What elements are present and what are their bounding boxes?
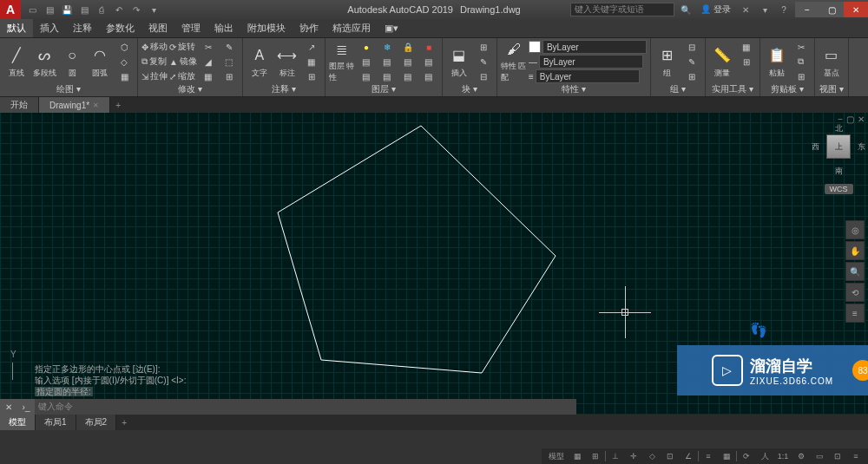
status-monitor-icon[interactable]: ▭	[811, 449, 828, 463]
command-input[interactable]: 键入命令	[35, 401, 576, 413]
panel-view-title[interactable]: 视图 ▾	[819, 83, 845, 95]
leader-icon[interactable]: ↗	[302, 40, 321, 54]
status-osnap-icon[interactable]: ⊡	[661, 449, 679, 463]
qat-saveas-icon[interactable]: ▤	[76, 2, 92, 17]
ribbon-tab-expand-icon[interactable]: ▣▾	[378, 19, 405, 37]
nav-orbit-icon[interactable]: ⟲	[845, 283, 865, 302]
text-button[interactable]: A文字	[247, 40, 273, 83]
ribbon-tab-default[interactable]: 默认	[0, 19, 33, 37]
modify-tool-a[interactable]: ✎	[220, 40, 239, 54]
ribbon-tab-insert[interactable]: 插入	[33, 19, 66, 37]
wcs-badge[interactable]: WCS	[825, 184, 853, 194]
qat-dropdown-icon[interactable]: ▾	[146, 2, 161, 17]
stretch-button[interactable]: ⇲ 拉伸	[141, 69, 168, 83]
nav-zoom-icon[interactable]: 🔍	[845, 262, 865, 281]
cut-icon[interactable]: ✂	[792, 40, 811, 54]
qat-print-icon[interactable]: ⎙	[94, 2, 109, 17]
panel-utils-title[interactable]: 实用工具 ▾	[709, 83, 756, 95]
add-layout-button[interactable]: +	[116, 415, 132, 430]
layer-tool-6[interactable]: ▤	[378, 69, 397, 83]
paste-button[interactable]: 📋粘贴	[764, 40, 790, 83]
viewcube-west[interactable]: 西	[812, 141, 819, 153]
arc-button[interactable]: ◠圆弧	[87, 40, 113, 83]
panel-draw-title[interactable]: 绘图 ▾	[3, 83, 134, 95]
viewcube-south[interactable]: 南	[835, 166, 843, 177]
status-custom-icon[interactable]: ≡	[847, 449, 865, 463]
layer-properties-button[interactable]: ≣图层 特性	[329, 40, 355, 83]
help-icon[interactable]: ?	[776, 2, 792, 17]
mirror-button[interactable]: ▲ 镜像	[169, 55, 197, 69]
rotate-button[interactable]: ⟳ 旋转	[169, 40, 197, 54]
help-search-input[interactable]: 键入关键字或短语	[570, 3, 674, 16]
layout-tab-2[interactable]: 布局2	[76, 415, 117, 430]
match-properties-button[interactable]: 🖌特性 匹配	[501, 40, 527, 83]
status-scale-icon[interactable]: 1:1	[774, 449, 792, 463]
layer-tool-7[interactable]: ▤	[398, 69, 418, 83]
minimize-button[interactable]: −	[795, 2, 819, 17]
block-tool-3[interactable]: ⊟	[474, 69, 493, 83]
draw-tool-2[interactable]: ◇	[115, 55, 134, 69]
viewcube-north[interactable]: 北	[835, 123, 843, 134]
add-tab-button[interactable]: +	[110, 97, 126, 113]
ribbon-tab-manage[interactable]: 管理	[174, 19, 207, 37]
status-annot-icon[interactable]: 人	[756, 449, 773, 463]
util-tool-1[interactable]: ▦	[737, 40, 756, 54]
status-ortho-icon[interactable]: ⊥	[607, 449, 624, 463]
ribbon-tab-output[interactable]: 输出	[207, 19, 240, 37]
layout-tab-model[interactable]: 模型	[0, 415, 36, 430]
draw-tool-3[interactable]: ▦	[115, 69, 134, 83]
qat-new-icon[interactable]: ▭	[24, 2, 40, 17]
draw-tool-1[interactable]: ⬡	[115, 40, 134, 54]
group-button[interactable]: ⊞组	[654, 40, 681, 83]
ungroup-icon[interactable]: ⊟	[682, 40, 701, 54]
status-cycle-icon[interactable]: ⟳	[738, 449, 755, 463]
color-swatch[interactable]	[529, 41, 541, 53]
group-edit-icon[interactable]: ✎	[682, 55, 701, 69]
group-tool[interactable]: ⊞	[682, 69, 701, 83]
status-iso-icon[interactable]: ◇	[643, 449, 661, 463]
layer-lock-icon[interactable]: 🔒	[398, 40, 418, 54]
status-ws-icon[interactable]: ⚙	[792, 449, 810, 463]
maximize-button[interactable]: ▢	[819, 2, 844, 17]
layer-tool-4[interactable]: ▤	[419, 55, 438, 69]
nav-pan-icon[interactable]: ✋	[845, 241, 865, 260]
status-model[interactable]: 模型	[545, 449, 568, 463]
modify-tool-c[interactable]: ⊞	[220, 69, 239, 83]
util-tool-2[interactable]: ⊞	[737, 55, 756, 69]
layer-tool-2[interactable]: ▤	[378, 55, 397, 69]
color-dropdown[interactable]: ByLayer	[542, 40, 647, 54]
panel-blocks-title[interactable]: 块 ▾	[446, 83, 493, 95]
block-tool-1[interactable]: ⊞	[474, 40, 493, 54]
layer-tool-3[interactable]: ▤	[398, 55, 418, 69]
ribbon-tab-addins[interactable]: 附加模块	[240, 19, 293, 37]
qat-undo-icon[interactable]: ↶	[111, 2, 127, 17]
viewcube-east[interactable]: 东	[858, 141, 865, 153]
layer-color-icon[interactable]: ■	[419, 40, 438, 54]
status-clean-icon[interactable]: ⊡	[829, 449, 846, 463]
help-dropdown-icon[interactable]: ▾	[757, 2, 773, 17]
panel-annotate-title[interactable]: 注释 ▾	[247, 83, 321, 95]
layout-tab-1[interactable]: 布局1	[36, 415, 76, 430]
status-lwt-icon[interactable]: ≡	[700, 449, 717, 463]
qat-redo-icon[interactable]: ↷	[128, 2, 144, 17]
panel-modify-title[interactable]: 修改 ▾	[141, 83, 239, 95]
nav-tool-icon[interactable]: ≡	[845, 304, 865, 323]
layer-tool-1[interactable]: ▤	[357, 55, 376, 69]
copy-button[interactable]: ⧉ 复制	[141, 55, 168, 69]
doc-tab-start[interactable]: 开始	[0, 97, 39, 113]
fillet-icon[interactable]: ◢	[199, 55, 218, 69]
layer-tool-8[interactable]: ▤	[419, 69, 438, 83]
table-icon[interactable]: ▦	[302, 55, 321, 69]
status-polar-icon[interactable]: ✛	[625, 449, 642, 463]
trim-icon[interactable]: ✂	[199, 40, 218, 54]
panel-groups-title[interactable]: 组 ▾	[654, 83, 701, 95]
lineweight-dropdown[interactable]: ByLayer	[536, 69, 640, 83]
layer-freeze-icon[interactable]: ❄	[378, 40, 397, 54]
search-icon[interactable]: 🔍	[678, 2, 694, 17]
measure-button[interactable]: 📏测量	[709, 40, 735, 83]
qat-save-icon[interactable]: 💾	[59, 2, 75, 17]
scale-button[interactable]: ⤢ 缩放	[169, 69, 197, 83]
modify-tool-b[interactable]: ⬚	[220, 55, 239, 69]
layer-tool-5[interactable]: ▤	[357, 69, 376, 83]
line-button[interactable]: ╱直线	[3, 40, 30, 83]
